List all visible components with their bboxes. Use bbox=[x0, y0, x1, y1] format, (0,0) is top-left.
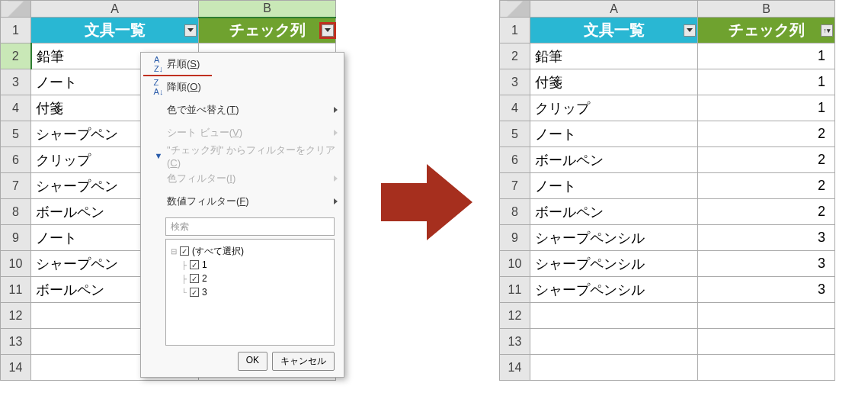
row-header[interactable]: 7 bbox=[500, 173, 530, 199]
row-header[interactable]: 9 bbox=[1, 225, 31, 251]
col-header-B[interactable]: B bbox=[698, 1, 835, 18]
cell[interactable]: 2 bbox=[698, 121, 835, 147]
row-header[interactable]: 11 bbox=[1, 277, 31, 303]
row-header[interactable]: 2 bbox=[1, 43, 31, 69]
menu-sort-ascending[interactable]: AZ↓ 昇順(S) bbox=[141, 53, 344, 76]
cell[interactable]: 3 bbox=[698, 251, 835, 277]
menu-number-filter[interactable]: 数値フィルター(F) bbox=[141, 190, 344, 213]
cell[interactable]: ボールペン bbox=[530, 147, 698, 173]
filter-button-B-sorted[interactable]: ↑▾ bbox=[821, 24, 833, 37]
menu-label: 色で並べ替え(T) bbox=[167, 103, 334, 117]
header-label: チェック列 bbox=[229, 21, 306, 38]
row-header[interactable]: 4 bbox=[1, 95, 31, 121]
col-header-A[interactable]: A bbox=[31, 1, 199, 18]
cell[interactable]: ボールペン bbox=[530, 199, 698, 225]
row-header[interactable]: 8 bbox=[1, 199, 31, 225]
row-header[interactable]: 3 bbox=[500, 69, 530, 95]
row-header[interactable]: 3 bbox=[1, 69, 31, 95]
menu-label: 昇順(S) bbox=[167, 57, 338, 71]
tree-line-icon: ├ bbox=[181, 261, 187, 269]
tree-item[interactable]: └ ✓ 3 bbox=[171, 285, 329, 299]
menu-label: シート ビュー(V) bbox=[167, 126, 334, 140]
cell[interactable]: シャープペンシル bbox=[530, 225, 698, 251]
tree-select-all[interactable]: ⊟ ✓ (すべて選択) bbox=[171, 244, 329, 258]
checkbox-icon[interactable]: ✓ bbox=[180, 246, 189, 256]
submenu-arrow-icon bbox=[334, 198, 338, 204]
checkbox-icon[interactable]: ✓ bbox=[190, 274, 199, 283]
filter-button-B[interactable] bbox=[322, 24, 334, 37]
row-header[interactable]: 12 bbox=[500, 303, 530, 329]
cell[interactable] bbox=[698, 303, 835, 329]
tree-label: (すべて選択) bbox=[192, 245, 244, 258]
cell[interactable]: 2 bbox=[698, 173, 835, 199]
filter-values-tree[interactable]: ⊟ ✓ (すべて選択) ├ ✓ 1 ├ ✓ 2 └ ✓ 3 bbox=[165, 239, 335, 346]
row-header[interactable]: 14 bbox=[1, 355, 31, 381]
menu-sheet-view: シート ビュー(V) bbox=[141, 121, 344, 144]
cell[interactable]: 1 bbox=[698, 69, 835, 95]
cell[interactable] bbox=[530, 355, 698, 381]
cell[interactable]: 1 bbox=[698, 43, 835, 69]
cancel-button[interactable]: キャンセル bbox=[272, 352, 335, 371]
cell[interactable]: 3 bbox=[698, 277, 835, 303]
cell[interactable] bbox=[698, 355, 835, 381]
cell[interactable]: 3 bbox=[698, 225, 835, 251]
cell[interactable]: クリップ bbox=[530, 95, 698, 121]
row-header[interactable]: 6 bbox=[500, 147, 530, 173]
cell[interactable]: 鉛筆 bbox=[530, 43, 698, 69]
menu-label: 色フィルター(I) bbox=[167, 172, 334, 185]
dropdown-icon bbox=[687, 28, 693, 32]
row-header[interactable]: 10 bbox=[1, 251, 31, 277]
filter-button-A[interactable] bbox=[684, 24, 696, 37]
cell[interactable] bbox=[530, 303, 698, 329]
table-header-A[interactable]: 文具一覧 bbox=[31, 18, 199, 43]
filter-button-A[interactable] bbox=[184, 24, 197, 37]
cell[interactable] bbox=[530, 329, 698, 355]
row-header[interactable]: 1 bbox=[1, 18, 31, 43]
checkbox-icon[interactable]: ✓ bbox=[190, 288, 199, 297]
row-header[interactable]: 5 bbox=[500, 121, 530, 147]
cell[interactable]: ノート bbox=[530, 173, 698, 199]
cell[interactable]: 1 bbox=[698, 95, 835, 121]
cell[interactable]: シャープペンシル bbox=[530, 277, 698, 303]
checkbox-icon[interactable]: ✓ bbox=[190, 260, 199, 269]
menu-clear-filter: ▼ "チェック列" からフィルターをクリア(C) bbox=[141, 144, 344, 167]
row-header[interactable]: 14 bbox=[500, 355, 530, 381]
col-header-A[interactable]: A bbox=[530, 1, 698, 18]
row-header[interactable]: 10 bbox=[500, 251, 530, 277]
tree-item[interactable]: ├ ✓ 1 bbox=[171, 258, 329, 272]
cell[interactable]: 2 bbox=[698, 147, 835, 173]
row-header[interactable]: 7 bbox=[1, 173, 31, 199]
row-header[interactable]: 13 bbox=[1, 329, 31, 355]
menu-label: 数値フィルター(F) bbox=[167, 195, 334, 208]
cell[interactable]: ノート bbox=[530, 121, 698, 147]
spreadsheet-right[interactable]: A B 1 文具一覧 チェック列 ↑▾ 2鉛筆1 3付箋1 4クリップ1 5ノー… bbox=[499, 0, 835, 381]
row-header[interactable]: 5 bbox=[1, 121, 31, 147]
row-header[interactable]: 9 bbox=[500, 225, 530, 251]
table-header-B[interactable]: チェック列 ↑▾ bbox=[698, 18, 835, 43]
row-header[interactable]: 2 bbox=[500, 43, 530, 69]
cell[interactable]: 2 bbox=[698, 199, 835, 225]
ok-button[interactable]: OK bbox=[238, 352, 267, 371]
row-header[interactable]: 6 bbox=[1, 147, 31, 173]
row-header[interactable]: 4 bbox=[500, 95, 530, 121]
menu-sort-by-color[interactable]: 色で並べ替え(T) bbox=[141, 98, 344, 121]
select-all-corner[interactable] bbox=[1, 1, 31, 18]
row-header[interactable]: 8 bbox=[500, 199, 530, 225]
tree-label: 2 bbox=[202, 273, 207, 284]
table-header-A[interactable]: 文具一覧 bbox=[530, 18, 698, 43]
cell[interactable]: 付箋 bbox=[530, 69, 698, 95]
tree-item[interactable]: ├ ✓ 2 bbox=[171, 272, 329, 285]
col-header-B[interactable]: B bbox=[199, 1, 336, 18]
dropdown-icon bbox=[325, 28, 331, 32]
menu-sort-descending[interactable]: ZA↓ 降順(O) bbox=[141, 76, 344, 98]
cell[interactable] bbox=[698, 329, 835, 355]
select-all-corner[interactable] bbox=[500, 1, 530, 18]
tree-line-icon: ├ bbox=[181, 275, 187, 283]
cell[interactable]: シャープペンシル bbox=[530, 251, 698, 277]
table-header-B[interactable]: チェック列 bbox=[199, 18, 336, 43]
filter-search-input[interactable]: 検索 bbox=[165, 217, 335, 236]
row-header[interactable]: 12 bbox=[1, 303, 31, 329]
row-header[interactable]: 1 bbox=[500, 18, 530, 43]
row-header[interactable]: 11 bbox=[500, 277, 530, 303]
row-header[interactable]: 13 bbox=[500, 329, 530, 355]
